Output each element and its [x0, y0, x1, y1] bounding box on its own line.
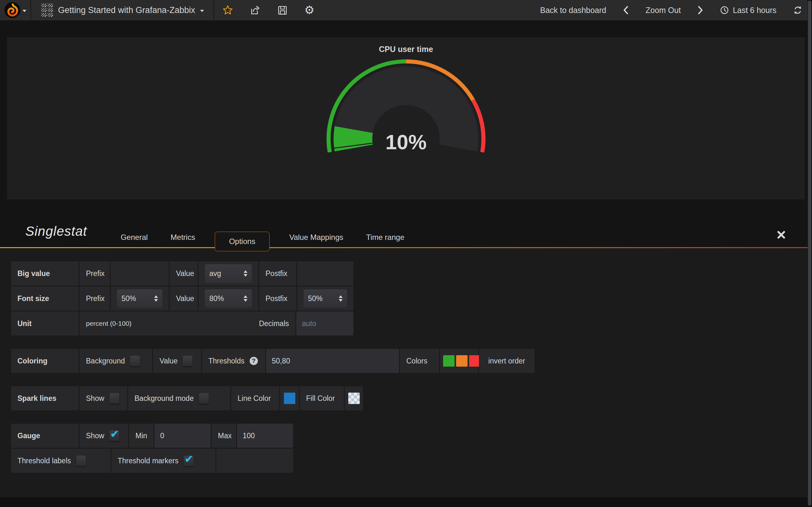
gauge-show-cell: Show ✔ — [80, 424, 128, 448]
spark-lines-row: Spark lines Show ✔ Background mode ✔ Lin… — [11, 386, 812, 410]
scrollbar-track[interactable] — [808, 0, 812, 507]
prefix-input[interactable] — [117, 264, 162, 283]
tab-value-mappings[interactable]: Value Mappings — [278, 228, 355, 247]
prefix-label: Prefix — [80, 262, 110, 285]
chevron-down-icon — [22, 10, 26, 12]
tab-general[interactable]: General — [109, 228, 159, 247]
postfix-size-label: Postfix — [259, 286, 296, 311]
spark-background-mode-checkbox[interactable]: ✔ — [199, 393, 209, 404]
prefix-size-label: Prefix — [80, 286, 110, 311]
prefix-size-select[interactable]: 50% — [117, 289, 162, 308]
spark-show-cell: Show ✔ — [80, 386, 127, 410]
thresholds-input-cell — [266, 349, 399, 373]
threshold-color-swatch-orange[interactable] — [456, 355, 467, 367]
unit-value-link[interactable]: percent (0-100) — [86, 320, 132, 327]
back-to-dashboard-button[interactable]: Back to dashboard — [532, 0, 614, 20]
star-button[interactable] — [214, 0, 241, 20]
postfix-input-cell — [297, 262, 353, 285]
spark-lines-group: Spark lines Show ✔ Background mode ✔ Lin… — [11, 386, 812, 410]
navbar-right: Back to dashboard Zoom Out Last 6 hours — [532, 0, 812, 20]
unit-row: Unit percent (0-100) Decimals — [11, 312, 812, 336]
decimals-label: Decimals — [259, 320, 289, 328]
postfix-input[interactable] — [304, 264, 347, 283]
time-range-label: Last 6 hours — [733, 6, 776, 15]
value-size-selected: 80% — [209, 294, 224, 303]
tab-options[interactable]: Options — [215, 232, 270, 251]
spark-show-label: Show — [86, 394, 104, 403]
decimals-input[interactable] — [298, 320, 352, 328]
share-icon — [250, 5, 260, 15]
help-icon[interactable]: ? — [250, 357, 258, 365]
threshold-markers-checkbox[interactable]: ✔ — [184, 456, 194, 466]
spark-lines-label: Spark lines — [11, 386, 79, 410]
settings-button[interactable]: ⚙ — [296, 0, 322, 20]
decimals-input-cell — [296, 312, 353, 336]
page-bottom — [0, 497, 812, 507]
value-size-cell: 80% — [199, 286, 258, 311]
chevron-right-icon — [697, 6, 704, 14]
gauge-label: Gauge — [11, 424, 79, 448]
coloring-background-checkbox[interactable]: ✔ — [130, 356, 140, 366]
coloring-value-checkbox[interactable]: ✔ — [183, 356, 193, 366]
dashboard-grid-icon — [41, 3, 53, 17]
clock-icon — [720, 6, 729, 14]
threshold-toggles-row: Threshold labels ✔ Threshold markers ✔ — [11, 449, 812, 473]
select-arrows-icon — [339, 295, 343, 302]
gauge-min-label: Min — [129, 424, 154, 448]
zoom-out-button[interactable]: Zoom Out — [637, 0, 689, 20]
select-arrows-icon — [244, 270, 247, 277]
tab-metrics[interactable]: Metrics — [159, 228, 206, 247]
svg-text:10%: 10% — [386, 130, 426, 154]
fill-color-label: Fill Color — [300, 386, 344, 410]
share-button[interactable] — [241, 0, 269, 20]
unit-cell: percent (0-100) Decimals — [80, 312, 295, 336]
gauge-min-input[interactable] — [156, 432, 209, 440]
threshold-markers-cell: Threshold markers ✔ — [111, 449, 215, 473]
threshold-labels-cell: Threshold labels ✔ — [11, 449, 110, 473]
panel-title[interactable]: CPU user time — [379, 45, 433, 54]
prefix-input-cell — [111, 262, 169, 285]
line-color-swatch[interactable] — [284, 393, 295, 404]
coloring-background-label: Background — [86, 357, 125, 365]
star-icon — [222, 5, 233, 15]
spark-background-mode-cell: Background mode ✔ — [128, 386, 230, 410]
threshold-color-swatch-green[interactable] — [443, 355, 455, 367]
panel-editor: Singlestat General Metrics Options Value… — [0, 199, 812, 497]
tab-time-range[interactable]: Time range — [355, 228, 416, 247]
refresh-icon — [793, 5, 803, 15]
close-editor-button[interactable] — [776, 230, 786, 239]
scrollbar-thumb[interactable] — [808, 1, 811, 506]
gauge-options-group: Gauge Show ✔ Min Max Threshold labels ✔ — [11, 424, 812, 473]
dashboard-area: CPU user time 10% — [0, 21, 812, 199]
time-range-button[interactable]: Last 6 hours — [712, 0, 785, 20]
gauge-show-checkbox[interactable]: ✔ — [109, 431, 119, 441]
postfix-size-select[interactable]: 50% — [304, 289, 347, 308]
coloring-label: Coloring — [11, 349, 79, 373]
threshold-labels-checkbox[interactable]: ✔ — [76, 456, 86, 466]
coloring-group: Coloring Background ✔ Value ✔ Thresholds… — [11, 349, 812, 373]
gauge-max-input[interactable] — [238, 432, 292, 440]
threshold-markers-label: Threshold markers — [118, 457, 179, 465]
invert-order-button[interactable]: invert order — [479, 349, 535, 373]
coloring-value-label: Value — [159, 357, 177, 365]
time-shift-forward-button[interactable] — [689, 0, 712, 20]
time-shift-back-button[interactable] — [614, 0, 637, 20]
big-value-label: Big value — [11, 262, 79, 285]
value-stat-selected: avg — [209, 269, 221, 278]
dashboard-title-button[interactable]: Getting Started with Grafana-Zabbix — [31, 0, 213, 20]
gauge-chart: 10% — [325, 58, 487, 155]
spark-show-checkbox[interactable]: ✔ — [109, 393, 119, 404]
grafana-logo-button[interactable] — [0, 0, 31, 20]
value-stat-select[interactable]: avg — [205, 264, 252, 283]
fill-color-swatch[interactable] — [348, 393, 360, 404]
grafana-logo-icon — [4, 2, 20, 18]
chevron-down-icon — [200, 10, 204, 12]
value-size-select[interactable]: 80% — [205, 289, 252, 308]
colors-label: Colors — [400, 349, 439, 373]
coloring-background-cell: Background ✔ — [80, 349, 152, 373]
gauge-show-label: Show — [86, 432, 104, 440]
value-options-group: Big value Prefix Value avg Postfix — [11, 262, 812, 336]
save-button[interactable] — [269, 0, 296, 20]
thresholds-input[interactable] — [267, 357, 398, 365]
back-to-dashboard-label: Back to dashboard — [540, 6, 606, 15]
